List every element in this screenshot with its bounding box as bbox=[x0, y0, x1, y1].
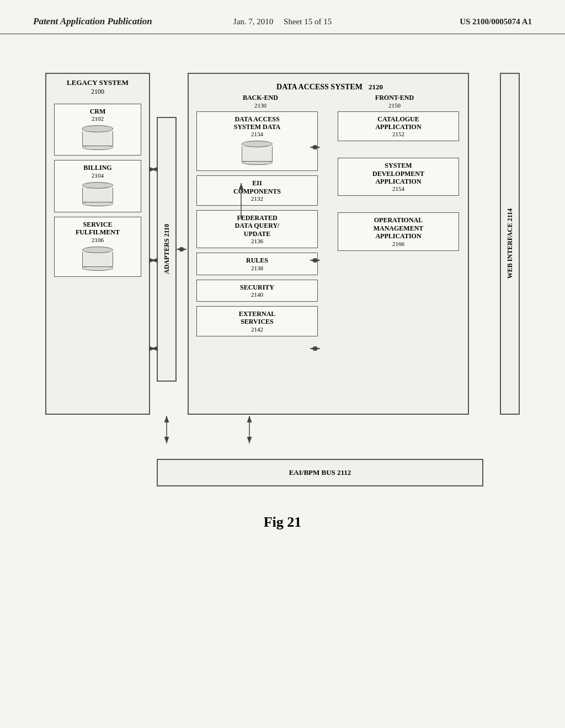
crm-label: CRM bbox=[59, 108, 136, 115]
das-data-cylinder-box: DATA ACCESSSYSTEM DATA 2134 bbox=[196, 111, 318, 172]
catalogue-app-box: CATALOGUEAPPLICATION 2152 bbox=[338, 111, 459, 142]
service-fulfilment-label: SERVICEFULFILMENT bbox=[59, 221, 136, 237]
ops-mgmt-app-box: OPERATIONALMANAGEMENTAPPLICATION 2166 bbox=[338, 212, 459, 250]
legacy-system-title: LEGACY SYSTEM bbox=[46, 74, 149, 88]
rules-label: RULES bbox=[201, 256, 313, 264]
crm-cylinder-shape bbox=[82, 125, 113, 149]
cyl-body-billing bbox=[82, 188, 113, 202]
federated-data-number: 2136 bbox=[201, 238, 313, 244]
service-fulfilment-number: 2106 bbox=[59, 237, 136, 243]
crm-number: 2102 bbox=[59, 115, 136, 122]
backend-label: BACK-END bbox=[243, 94, 278, 102]
backend-number: 2130 bbox=[243, 102, 278, 109]
das-box: DATA ACCESS SYSTEM 2120 BACK-END 2130 FR… bbox=[188, 73, 469, 415]
backend-label-area: BACK-END 2130 bbox=[243, 94, 278, 109]
service-fulfilment-box: SERVICEFULFILMENT 2106 bbox=[54, 217, 141, 277]
billing-cylinder-shape bbox=[82, 182, 113, 206]
date-label: Jan. 7, 2010 bbox=[233, 17, 274, 26]
web-interface-bar: WEB INTERFACE 2114 bbox=[500, 73, 520, 415]
eai-bus-box: EAI/BPM BUS 2112 bbox=[157, 459, 483, 486]
das-data-number: 2134 bbox=[201, 131, 313, 137]
ops-mgmt-app-number: 2166 bbox=[343, 240, 454, 247]
external-services-number: 2142 bbox=[201, 326, 313, 333]
cyl-body-das-data bbox=[242, 146, 273, 161]
billing-box: BILLING 2104 bbox=[54, 160, 141, 212]
federated-data-label: FEDERATEDDATA QUERY/UPDATE bbox=[201, 214, 313, 238]
billing-label: BILLING bbox=[59, 164, 136, 172]
federated-data-box: FEDERATEDDATA QUERY/UPDATE 2136 bbox=[196, 210, 318, 248]
billing-number: 2104 bbox=[59, 172, 136, 179]
page: Patent Application Publication Jan. 7, 2… bbox=[0, 0, 565, 728]
eii-components-number: 2132 bbox=[201, 195, 313, 202]
security-label: SECURITY bbox=[201, 283, 313, 291]
das-data-cylinder-shape bbox=[242, 141, 273, 165]
rules-box: RULES 2138 bbox=[196, 253, 318, 275]
external-services-box: EXTERNALSERVICES 2142 bbox=[196, 306, 318, 336]
ops-mgmt-app-label: OPERATIONALMANAGEMENTAPPLICATION bbox=[343, 216, 454, 240]
cyl-body-crm bbox=[82, 131, 113, 146]
sys-dev-app-box: SYSTEMDEVELOPMENTAPPLICATION 2154 bbox=[338, 158, 459, 196]
figure-caption: Fig 21 bbox=[0, 514, 565, 553]
cyl-top-billing bbox=[82, 182, 113, 189]
legacy-system-box: LEGACY SYSTEM 2100 CRM 2102 BILLING 2104 bbox=[45, 73, 150, 415]
adapters-label: ADAPTERS 2110 bbox=[163, 224, 171, 274]
das-title: DATA ACCESS SYSTEM bbox=[274, 78, 365, 92]
header-center: Jan. 7, 2010 Sheet 15 of 15 bbox=[199, 15, 365, 28]
page-header: Patent Application Publication Jan. 7, 2… bbox=[0, 0, 565, 34]
diagram-container: LEGACY SYSTEM 2100 CRM 2102 BILLING 2104 bbox=[45, 73, 520, 486]
patent-number: US 2100/0005074 A1 bbox=[366, 15, 532, 28]
crm-box: CRM 2102 bbox=[54, 104, 141, 156]
backend-area: DATA ACCESSSYSTEM DATA 2134 EIICOMPONENT… bbox=[196, 111, 318, 393]
das-subtitle-row: BACK-END 2130 FRONT-END 2150 bbox=[189, 92, 468, 111]
external-services-label: EXTERNALSERVICES bbox=[201, 310, 313, 326]
eai-bus-label: EAI/BPM BUS 2112 bbox=[289, 468, 351, 477]
adapters-bar: ADAPTERS 2110 bbox=[157, 117, 177, 382]
security-box: SECURITY 2140 bbox=[196, 280, 318, 302]
frontend-area: CATALOGUEAPPLICATION 2152 SYSTEMDEVELOPM… bbox=[338, 111, 459, 393]
eii-components-box: EIICOMPONENTS 2132 bbox=[196, 175, 318, 206]
cyl-top-crm bbox=[82, 125, 113, 132]
sys-dev-app-number: 2154 bbox=[343, 185, 454, 192]
service-fulfilment-cylinder-shape bbox=[82, 247, 113, 271]
sys-dev-app-label: SYSTEMDEVELOPMENTAPPLICATION bbox=[343, 162, 454, 185]
eii-components-label: EIICOMPONENTS bbox=[201, 179, 313, 195]
frontend-number: 2150 bbox=[375, 102, 414, 109]
frontend-label: FRONT-END bbox=[375, 94, 414, 102]
frontend-label-area: FRONT-END 2150 bbox=[375, 94, 414, 109]
rules-number: 2138 bbox=[201, 265, 313, 271]
diagram-area: LEGACY SYSTEM 2100 CRM 2102 BILLING 2104 bbox=[0, 40, 565, 497]
cyl-body-sf bbox=[82, 252, 113, 267]
cyl-top-sf bbox=[82, 247, 113, 253]
web-interface-label: WEB INTERFACE 2114 bbox=[506, 208, 514, 279]
security-number: 2140 bbox=[201, 291, 313, 298]
legacy-system-number: 2100 bbox=[46, 88, 149, 99]
das-data-label: DATA ACCESSSYSTEM DATA bbox=[201, 115, 313, 131]
das-number: 2120 bbox=[369, 83, 383, 92]
publication-label: Patent Application Publication bbox=[33, 15, 199, 28]
sheet-label: Sheet 15 of 15 bbox=[284, 17, 332, 26]
catalogue-app-label: CATALOGUEAPPLICATION bbox=[343, 115, 454, 131]
catalogue-app-number: 2152 bbox=[343, 131, 454, 137]
